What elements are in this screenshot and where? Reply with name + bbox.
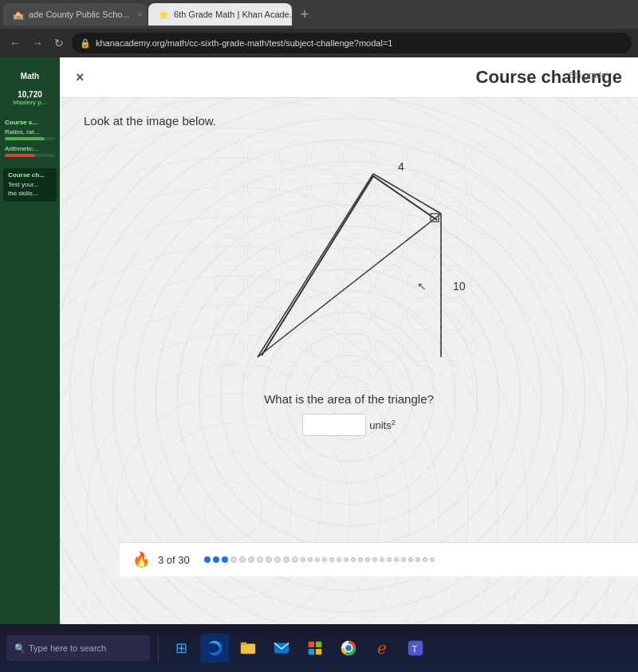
- dot-17: [337, 557, 341, 562]
- dot-9: [274, 556, 281, 563]
- dot-30: [430, 557, 435, 562]
- dot-11: [292, 556, 298, 563]
- sidebar-course-challenge[interactable]: Course ch... Test your... the skills...: [3, 168, 57, 202]
- dot-4: [230, 556, 237, 563]
- diagram-bg: [214, 140, 485, 379]
- taskbar-chrome-icon[interactable]: [334, 634, 363, 662]
- refresh-button[interactable]: ↻: [51, 35, 67, 51]
- taskbar-edge-icon[interactable]: [200, 634, 229, 662]
- sidebar-course-section: Course s... Ratios, rat... Arithmetic...: [0, 116, 60, 165]
- dot-29: [423, 557, 427, 562]
- sidebar-logo: Math: [0, 65, 60, 87]
- progress-bar-ratios: [5, 137, 55, 140]
- dot-6: [248, 556, 254, 563]
- close-button[interactable]: ×: [76, 69, 85, 86]
- dot-3: [222, 556, 228, 563]
- points-value: 10,720: [5, 90, 55, 99]
- dot-21: [365, 557, 370, 562]
- progress-fill-ratios: [5, 137, 45, 140]
- search-icon: 🔍: [14, 643, 26, 654]
- sidebar-points: 10,720 Mastery p...: [0, 87, 60, 109]
- tab2-label: 6th Grade Math | Khan Acade...: [174, 10, 292, 19]
- sidebar-challenge-title: Course ch...: [8, 171, 52, 179]
- taskbar-divider: [158, 636, 159, 660]
- tab-1[interactable]: 🏫 ade County Public Scho... ×: [3, 3, 147, 26]
- dot-26: [401, 557, 406, 562]
- progress-count: 3 of 30: [158, 554, 190, 566]
- taskbar-search[interactable]: 🔍 Type here to search: [6, 635, 150, 661]
- dot-22: [372, 557, 377, 562]
- dot-5: [239, 556, 246, 563]
- dot-15: [322, 557, 327, 562]
- chrome-icon: [340, 639, 357, 657]
- progress-dots: [204, 556, 435, 563]
- dot-28: [415, 557, 420, 562]
- tab1-label: ade County Public Scho...: [29, 10, 130, 19]
- address-bar-row: ← → ↻ 🔒 khanacademy.org/math/cc-sixth-gr…: [0, 29, 638, 57]
- question-prompt: Look at the image below.: [84, 114, 614, 128]
- dot-2: [213, 556, 219, 563]
- challenge-header: × 6th grade Course challenge: [60, 57, 638, 98]
- challenge-title: Course challenge: [85, 67, 622, 88]
- progress-bar-arithmetic: [5, 154, 55, 157]
- diagram-container: 4 10 ↖: [214, 140, 485, 379]
- sidebar-item-ratios[interactable]: Ratios, rat...: [5, 128, 55, 136]
- tab-2[interactable]: ⭐ 6th Grade Math | Khan Acade... ×: [148, 3, 292, 26]
- dot-13: [308, 557, 313, 562]
- taskbar-ie-icon[interactable]: ℯ: [368, 634, 396, 662]
- cursor-icon: ↖: [417, 280, 427, 293]
- svg-rect-4: [309, 642, 314, 647]
- svg-point-9: [345, 645, 351, 650]
- svg-rect-7: [316, 649, 321, 654]
- dot-8: [266, 556, 272, 563]
- search-placeholder: Type here to search: [29, 643, 106, 653]
- tab-bar: 🏫 ade County Public Scho... × ⭐ 6th Grad…: [0, 0, 638, 29]
- sidebar-challenge-line1: Test your...: [8, 181, 52, 188]
- answer-input[interactable]: [302, 414, 366, 436]
- dot-16: [329, 557, 334, 562]
- dot-12: [301, 557, 305, 562]
- main-content: Math 10,720 Mastery p... Course s... Rat…: [0, 57, 638, 624]
- taskbar-store-icon[interactable]: [301, 634, 329, 662]
- svg-rect-1: [241, 644, 255, 654]
- sidebar-challenge-line2: the skills...: [8, 190, 52, 197]
- dot-7: [257, 556, 263, 563]
- taskbar-mail-icon[interactable]: [267, 634, 296, 662]
- flame-icon: 🔥: [132, 551, 150, 568]
- svg-rect-5: [316, 642, 321, 647]
- edge-browser-icon: [206, 639, 223, 657]
- svg-rect-2: [241, 643, 246, 646]
- address-bar[interactable]: 🔒 khanacademy.org/math/cc-sixth-grade-ma…: [72, 33, 632, 53]
- triangle-diagram: 4 10 ↖: [214, 140, 485, 379]
- new-tab-button[interactable]: +: [293, 3, 316, 26]
- tab1-close-icon[interactable]: ×: [138, 10, 143, 19]
- sidebar: Math 10,720 Mastery p... Course s... Rat…: [0, 57, 60, 624]
- challenge-body: Look at the image below.: [60, 98, 638, 452]
- back-button[interactable]: ←: [6, 35, 24, 51]
- svg-text:T: T: [412, 644, 417, 654]
- dot-19: [351, 557, 356, 562]
- mail-icon: [273, 639, 290, 657]
- progress-bar-area: 🔥 3 of 30: [120, 542, 638, 576]
- dot-23: [380, 557, 384, 562]
- units-label: units2: [369, 419, 395, 431]
- url-text: khanacademy.org/math/cc-sixth-grade-math…: [96, 38, 392, 48]
- answer-row: units2: [84, 414, 614, 436]
- sixth-grade-label: 6th grade: [569, 70, 606, 80]
- mastery-label: Mastery p...: [5, 99, 55, 106]
- new-tab-icon: +: [301, 6, 309, 23]
- dot-24: [387, 557, 392, 562]
- tab1-favicon: 🏫: [13, 10, 24, 20]
- taskbar: 🔍 Type here to search ⊞: [0, 624, 638, 672]
- taskbar-teams-icon[interactable]: T: [401, 634, 430, 662]
- dot-1: [204, 556, 211, 563]
- browser-chrome: 🏫 ade County Public Scho... × ⭐ 6th Grad…: [0, 0, 638, 57]
- forward-button[interactable]: →: [29, 35, 46, 51]
- taskbar-windows-icon[interactable]: ⊞: [167, 634, 195, 662]
- sidebar-course-title: Course s...: [5, 119, 55, 126]
- file-explorer-icon: [239, 639, 257, 657]
- taskbar-files-icon[interactable]: [234, 634, 262, 662]
- store-icon: [306, 639, 324, 657]
- dot-18: [344, 557, 349, 562]
- sidebar-item-arithmetic[interactable]: Arithmetic...: [5, 145, 55, 152]
